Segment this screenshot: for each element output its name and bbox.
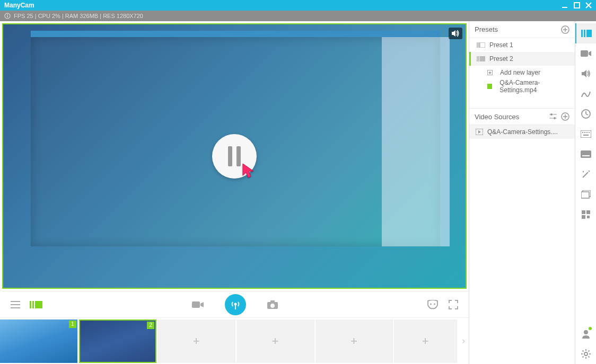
layer-dot-icon [487, 84, 492, 89]
rail-subtitle-icon[interactable] [575, 144, 596, 164]
rail-draw-icon[interactable] [575, 84, 596, 104]
camera-icon[interactable] [192, 300, 204, 309]
add-layer-label: Add new layer [500, 69, 540, 76]
rail-keyboard-icon[interactable] [575, 124, 596, 144]
svg-rect-28 [480, 42, 485, 48]
svg-line-72 [588, 357, 589, 358]
svg-line-58 [583, 172, 588, 177]
thumb-slot-empty[interactable]: + [236, 319, 314, 363]
svg-rect-50 [581, 130, 591, 138]
preset-item-active[interactable]: Preset 2 [469, 52, 575, 66]
svg-rect-43 [586, 30, 592, 37]
inner-right-rail [440, 37, 450, 246]
preset-icon [477, 42, 485, 48]
svg-rect-6 [7, 15, 8, 17]
rail-grid-icon[interactable] [575, 205, 596, 225]
svg-rect-10 [11, 307, 20, 308]
thumb-slot-1[interactable]: 1 [0, 319, 78, 363]
svg-rect-62 [586, 210, 590, 214]
layer-file-row[interactable]: Q&A-Camera-Settings.mp4 [469, 79, 575, 93]
add-preset-icon[interactable] [561, 25, 569, 34]
svg-rect-11 [30, 301, 31, 308]
rail-settings-icon[interactable] [575, 344, 596, 364]
presets-header: Presets [469, 21, 575, 38]
rail-presets-icon[interactable] [575, 23, 596, 43]
minimize-button[interactable] [562, 2, 568, 8]
svg-point-5 [7, 14, 8, 15]
svg-rect-56 [581, 150, 591, 158]
broadcast-button[interactable] [225, 294, 246, 315]
close-button[interactable] [585, 2, 592, 8]
app-title: ManyCam [4, 2, 34, 9]
svg-rect-63 [582, 215, 585, 219]
fullscreen-icon[interactable] [449, 300, 458, 309]
preview-viewport[interactable] [2, 23, 467, 289]
svg-rect-1 [574, 3, 580, 8]
left-column: 1 2 + + + + › [0, 21, 469, 364]
svg-marker-46 [582, 70, 586, 77]
video-source-item[interactable]: Q&A-Camera-Settings.... [469, 125, 575, 139]
mask-icon[interactable] [427, 300, 438, 309]
thumb-slot-empty[interactable]: + [157, 319, 235, 363]
thumb-next-icon[interactable]: › [458, 335, 469, 347]
main: 1 2 + + + + › Presets Preset 1 [0, 21, 596, 364]
thumb-slot-2[interactable]: 2 [79, 319, 157, 363]
thumb-slot-empty[interactable]: + [315, 319, 393, 363]
svg-rect-52 [584, 132, 585, 133]
rail-time-icon[interactable] [575, 104, 596, 124]
transition-icon[interactable] [30, 300, 42, 309]
presets-header-label: Presets [475, 25, 498, 33]
svg-rect-29 [477, 56, 478, 61]
svg-rect-54 [589, 132, 590, 133]
hamburger-icon[interactable] [11, 301, 20, 308]
svg-line-73 [588, 351, 589, 352]
svg-rect-57 [582, 155, 590, 156]
rail-gallery-icon[interactable] [575, 184, 596, 205]
svg-rect-31 [480, 56, 485, 61]
presets-panel: Presets Preset 1 Preset 2 + Add new laye… [469, 21, 575, 364]
right-rail [575, 21, 596, 364]
svg-marker-7 [452, 30, 455, 37]
thumb-number: 2 [147, 322, 154, 329]
rail-effects-icon[interactable] [575, 164, 596, 184]
sound-icon[interactable] [449, 28, 462, 39]
svg-rect-42 [584, 30, 585, 37]
thumb-number: 1 [69, 321, 76, 328]
svg-rect-41 [581, 30, 583, 37]
svg-rect-53 [586, 132, 588, 133]
svg-line-49 [586, 114, 588, 115]
preset-item[interactable]: Preset 1 [469, 38, 575, 52]
svg-rect-64 [587, 216, 590, 218]
svg-marker-40 [478, 130, 481, 134]
svg-point-66 [584, 352, 588, 356]
svg-marker-15 [200, 302, 204, 307]
svg-rect-19 [270, 300, 275, 303]
svg-rect-14 [192, 301, 200, 308]
preset-label: Preset 2 [489, 55, 513, 63]
add-layer-row[interactable]: + Add new layer [469, 66, 575, 79]
preset-label: Preset 1 [489, 41, 513, 49]
svg-rect-55 [583, 135, 589, 136]
svg-point-33 [550, 113, 553, 116]
rail-account-icon[interactable] [575, 324, 596, 344]
svg-point-65 [584, 330, 588, 334]
info-icon [4, 13, 11, 19]
media-icon [476, 129, 483, 135]
svg-rect-27 [478, 42, 479, 48]
bottom-toolbar [0, 291, 469, 317]
svg-line-74 [582, 357, 583, 358]
snapshot-icon[interactable] [267, 300, 278, 309]
rail-audio-icon[interactable] [575, 64, 596, 84]
svg-point-16 [234, 303, 237, 305]
svg-point-22 [434, 303, 435, 305]
sources-settings-icon[interactable] [549, 113, 557, 120]
rail-camera-icon[interactable] [575, 43, 596, 64]
maximize-button[interactable] [574, 2, 580, 8]
svg-rect-9 [11, 304, 20, 305]
svg-point-35 [554, 117, 556, 119]
thumb-slot-empty[interactable]: + [394, 319, 457, 363]
svg-rect-44 [581, 50, 588, 57]
titlebar: ManyCam [0, 0, 596, 11]
status-text: FPS 25 | CPU 2% | RAM 326MB | RES 1280X7… [14, 13, 143, 19]
add-source-icon[interactable] [561, 112, 569, 121]
